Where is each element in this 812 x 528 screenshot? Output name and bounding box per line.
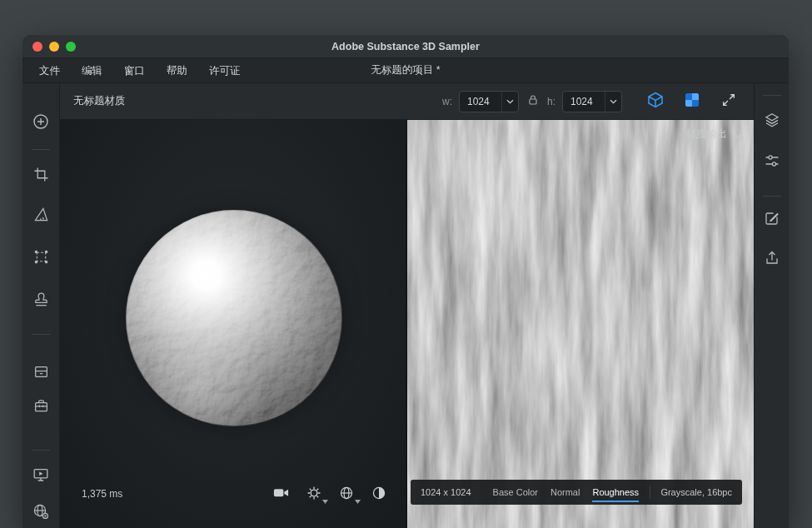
width-value: 1024 [460, 96, 501, 107]
desktop: { "window": { "title": "Adobe Substance … [0, 0, 812, 528]
height-value: 1024 [563, 96, 605, 107]
center-column: 无标题材质 w: 1024 h: 1024 [60, 83, 754, 528]
navigation-globe-icon [338, 485, 355, 505]
transform-tool-button[interactable] [31, 248, 51, 268]
width-label: w: [442, 96, 452, 107]
sphere-bump-texture [126, 210, 342, 426]
height-label: h: [547, 96, 555, 107]
crop-tool-button[interactable] [31, 166, 51, 186]
straighten-icon [33, 207, 49, 226]
properties-panel-button[interactable] [762, 152, 782, 172]
size-controls: w: 1024 h: 1024 [442, 91, 622, 112]
left-toolbar [22, 83, 60, 528]
web-resources-tool-button[interactable] [31, 503, 51, 523]
sidebar-divider [32, 149, 50, 150]
view-3d-toggle[interactable] [645, 92, 665, 112]
exposure-button[interactable] [371, 485, 387, 505]
material-output-dropdown[interactable]: 材质输出 [685, 127, 742, 142]
channel-tab-normal[interactable]: Normal [550, 480, 580, 505]
aspect-lock-button[interactable] [526, 94, 541, 109]
roughness-texture [407, 120, 754, 528]
compose-panel-button[interactable] [762, 210, 782, 230]
format-label: Grayscale, 16bpc [660, 487, 732, 497]
menu-help[interactable]: 帮助 [156, 58, 198, 83]
drawer-icon [33, 364, 49, 383]
right-toolbar [754, 83, 789, 528]
project-title: 无标题的项目 * [371, 63, 440, 77]
bar-divider [650, 486, 650, 499]
export-panel-button[interactable] [762, 250, 782, 270]
sliders-icon [764, 152, 780, 172]
menu-edit[interactable]: 编辑 [71, 58, 113, 83]
width-select[interactable]: 1024 [459, 91, 519, 112]
add-icon [32, 113, 49, 133]
menubar: 文件 编辑 窗口 帮助 许可证 无标题的项目 * [22, 58, 789, 83]
material-name: 无标题材质 [73, 94, 126, 108]
toolbar: 无标题材质 w: 1024 h: 1024 [60, 83, 754, 120]
minimize-button[interactable] [49, 42, 59, 52]
navigation-button[interactable] [338, 485, 355, 505]
exposure-icon [371, 485, 387, 505]
resolution-label: 1024 x 1024 [421, 487, 471, 497]
render-time: 1,375 ms [82, 488, 122, 500]
drawer-tool-button[interactable] [31, 363, 51, 383]
channel-tab-base-color[interactable]: Base Color [493, 480, 538, 505]
titlebar: Adobe Substance 3D Sampler [22, 35, 789, 58]
fullscreen-toggle[interactable] [719, 92, 739, 112]
environment-gear-icon [306, 485, 322, 505]
camera-button[interactable] [272, 484, 290, 505]
channel-tabs: Base Color Normal Roughness M [493, 480, 640, 505]
crop-icon [33, 167, 49, 186]
sidebar-divider [763, 95, 781, 96]
material-output-label: 材质输出 [685, 127, 727, 142]
viewport-3d[interactable]: 1,375 ms [60, 120, 406, 528]
menu-license[interactable]: 许可证 [198, 58, 252, 83]
window-title: Adobe Substance 3D Sampler [22, 41, 789, 52]
export-icon [764, 250, 780, 270]
layers-icon [764, 112, 780, 132]
traffic-lights [22, 42, 76, 52]
close-button[interactable] [32, 42, 42, 52]
view-toggles [645, 92, 739, 112]
layers-panel-button[interactable] [762, 112, 782, 132]
screen-share-icon [32, 466, 49, 486]
material-preview-sphere [126, 210, 342, 426]
height-select[interactable]: 1024 [562, 91, 622, 112]
dropdown-caret-icon [322, 492, 328, 507]
environment-button[interactable] [306, 485, 322, 505]
stamp-tool-button[interactable] [31, 291, 51, 311]
zoom-button[interactable] [66, 42, 76, 52]
menu-file[interactable]: 文件 [28, 58, 71, 83]
web-gear-icon [32, 503, 49, 523]
transform-icon [33, 249, 49, 268]
chevron-down-icon [605, 92, 621, 112]
add-tool-button[interactable] [31, 113, 51, 133]
screen-share-tool-button[interactable] [31, 466, 51, 486]
lock-icon [527, 94, 539, 109]
sidebar-divider [763, 196, 781, 197]
menu-window[interactable]: 窗口 [113, 58, 156, 83]
dropdown-caret-icon [355, 492, 361, 507]
chevron-down-icon [501, 92, 518, 112]
viewport-2d[interactable]: 材质输出 1024 x 1024 Base Color Normal Rough… [407, 120, 754, 528]
straighten-tool-button[interactable] [31, 206, 51, 226]
toolbox-icon [33, 398, 49, 417]
expand-icon [721, 92, 736, 111]
view-2d-split-icon [683, 91, 701, 112]
main-area: 无标题材质 w: 1024 h: 1024 [22, 83, 789, 528]
compose-icon [764, 210, 780, 230]
stamp-icon [33, 292, 49, 311]
sidebar-divider [32, 450, 50, 451]
channel-tab-roughness[interactable]: Roughness [592, 480, 639, 505]
channel-bar: 1024 x 1024 Base Color Normal Roughness … [411, 480, 742, 505]
sidebar-divider [32, 334, 50, 335]
view-2d-toggle[interactable] [682, 92, 702, 112]
view-3d-cube-icon [646, 91, 665, 112]
camera-icon [272, 484, 290, 505]
viewport-row: 1,375 ms [60, 120, 754, 528]
toolbox-tool-button[interactable] [31, 397, 51, 417]
viewport-3d-toolbar [272, 484, 387, 505]
chevron-down-icon [734, 129, 742, 141]
app-window: Adobe Substance 3D Sampler 文件 编辑 窗口 帮助 许… [22, 35, 789, 528]
